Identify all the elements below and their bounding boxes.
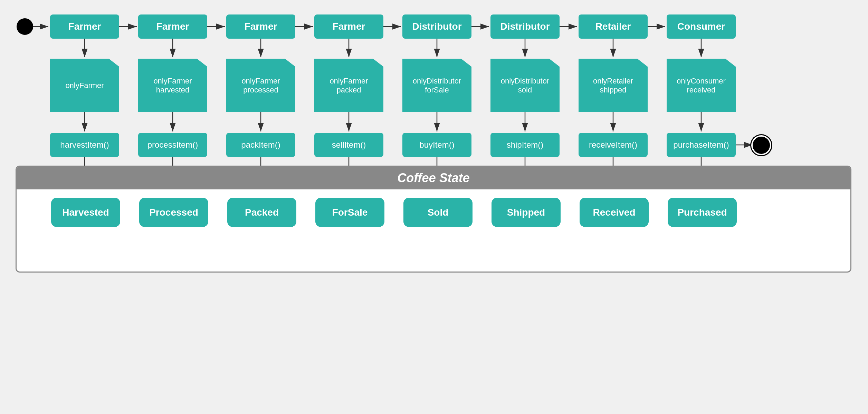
state-received: Received (580, 198, 649, 227)
doc-onlyfarmer-harvested: onlyFarmer harvested (138, 59, 207, 112)
actor-distributor-2: Distributor (490, 14, 560, 39)
doc-onlyretailer-shipped: onlyRetailer shipped (579, 59, 648, 112)
doc-onlyfarmer-packed: onlyFarmer packed (314, 59, 383, 112)
actor-farmer-2: Farmer (138, 14, 207, 39)
actor-farmer-1: Farmer (50, 14, 119, 39)
state-harvested: Harvested (51, 198, 120, 227)
doc-onlydistributor-sold: onlyDistributor sold (490, 59, 560, 112)
method-receiveitem: receiveItem() (579, 133, 648, 157)
method-harvestitem: harvestItem() (50, 133, 119, 157)
state-processed: Processed (139, 198, 208, 227)
method-packitem: packItem() (226, 133, 295, 157)
coffee-state-header: Coffee State (17, 167, 850, 189)
start-circle-top (17, 18, 33, 35)
state-shipped: Shipped (492, 198, 561, 227)
actor-consumer: Consumer (667, 14, 736, 39)
coffee-state-container: Coffee State Harvested Processed Packed … (16, 166, 851, 273)
method-buyitem: buyItem() (402, 133, 471, 157)
state-packed: Packed (227, 198, 296, 227)
method-purchaseitem: purchaseItem() (667, 133, 736, 157)
state-sold: Sold (403, 198, 473, 227)
doc-onlyconsumer-received: onlyConsumer received (667, 59, 736, 112)
state-forsale: ForSale (315, 198, 384, 227)
doc-onlyfarmer: onlyFarmer (50, 59, 119, 112)
doc-onlyfarmer-processed: onlyFarmer processed (226, 59, 295, 112)
canvas: Farmer Farmer Farmer Farmer Distributor … (0, 0, 868, 414)
actor-distributor-1: Distributor (402, 14, 471, 39)
method-sellitem: sellItem() (314, 133, 383, 157)
actor-retailer: Retailer (579, 14, 648, 39)
actor-farmer-3: Farmer (226, 14, 295, 39)
end-circle-method (753, 137, 770, 154)
state-purchased: Purchased (668, 198, 737, 227)
method-shipitem: shipItem() (490, 133, 560, 157)
actor-farmer-4: Farmer (314, 14, 383, 39)
doc-onlydistributor-forsale: onlyDistributor forSale (402, 59, 471, 112)
method-processitem: processItem() (138, 133, 207, 157)
